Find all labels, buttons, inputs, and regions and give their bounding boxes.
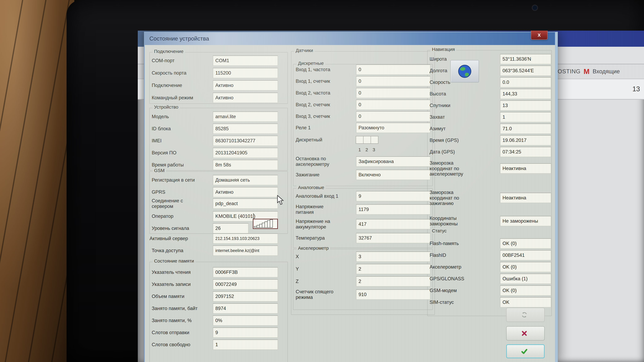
- com-port-field[interactable]: COM1: [213, 55, 278, 66]
- row-command-mode: Командный режим Активно: [152, 93, 281, 103]
- row-accel-y: Y 2: [296, 264, 432, 274]
- azimuth-field[interactable]: 71.0: [500, 124, 551, 134]
- gps-date-field[interactable]: 07:34:25: [500, 147, 551, 157]
- group-title: Дискретные: [296, 61, 325, 66]
- altitude-field[interactable]: 144,33: [500, 89, 551, 99]
- speed-field[interactable]: 0.0: [500, 77, 551, 87]
- in3-count-field[interactable]: 0: [356, 111, 430, 121]
- model-field[interactable]: arnavi.lite: [213, 111, 278, 122]
- accel-y-field[interactable]: 2: [356, 264, 430, 274]
- gps-status-field[interactable]: Ошибка (1): [500, 274, 551, 284]
- coords-frozen-field[interactable]: Не заморожены: [500, 216, 551, 226]
- in1-freq-field[interactable]: 0: [356, 64, 430, 75]
- inbox-tab-label[interactable]: Входящие: [592, 68, 620, 75]
- green-check-icon: [521, 348, 528, 355]
- mem-used-bytes-field[interactable]: 8974: [213, 303, 278, 314]
- row-baud: Скорость порта 115200: [152, 68, 281, 78]
- flash-status-field[interactable]: OK (0): [500, 238, 551, 249]
- flash-id-field[interactable]: 00BF2541: [500, 250, 551, 260]
- row-freeze-accel: Заморозка координат по акселерометру Неа…: [430, 158, 551, 179]
- signal-level-field[interactable]: 26: [213, 223, 248, 233]
- sleep-counter-field[interactable]: 910: [356, 290, 430, 300]
- mem-used-pct-field[interactable]: 0%: [213, 316, 278, 326]
- analog-in1-field[interactable]: 9: [356, 191, 430, 201]
- relay1-field[interactable]: Разомкнуто: [356, 123, 430, 133]
- mem-size-field[interactable]: 2097152: [213, 291, 278, 302]
- latitude-field[interactable]: 53°11.3636'N: [500, 54, 551, 64]
- accel-stop-field[interactable]: Зафиксирована: [356, 156, 430, 167]
- unread-count: 13: [632, 85, 640, 93]
- discrete-checkbox-3[interactable]: [370, 136, 378, 144]
- network-reg-field[interactable]: Домашняя сеть: [213, 175, 278, 185]
- row-longitude: Долгота 063°36.5244'E: [430, 66, 551, 76]
- temperature-field[interactable]: 32767: [356, 233, 430, 243]
- row-unit-id: ID блока 85285: [152, 124, 281, 134]
- dialog-titlebar[interactable]: Состояние устройства: [145, 32, 555, 45]
- baud-field[interactable]: 115200: [213, 68, 278, 78]
- in2-freq-field[interactable]: 0: [356, 88, 430, 98]
- row-mem-size: Объем памяти 2097152: [152, 291, 281, 302]
- accel-x-field[interactable]: 3: [356, 252, 430, 262]
- start-exchange-button[interactable]: [506, 308, 544, 322]
- freeze-ignition-field[interactable]: Неактивна: [500, 193, 551, 203]
- command-mode-field[interactable]: Активно: [213, 93, 278, 103]
- signal-strength-icon: [253, 219, 278, 229]
- longitude-field[interactable]: 063°36.5244'E: [500, 66, 551, 76]
- close-dialog-button[interactable]: [506, 344, 544, 358]
- unit-id-field[interactable]: 85285: [213, 124, 278, 134]
- in1-count-field[interactable]: 0: [356, 76, 430, 86]
- laptop-screen: OSTING M Входящие 13 Состояние устройств…: [138, 31, 644, 362]
- accel-z-field[interactable]: 2: [356, 276, 430, 287]
- gprs-field[interactable]: Активно: [213, 187, 278, 197]
- hosting-tab-label[interactable]: OSTING: [558, 68, 580, 75]
- group-title: Датчики: [294, 48, 314, 53]
- discrete-checkbox-1[interactable]: [356, 136, 364, 144]
- in2-count-field[interactable]: 0: [356, 100, 430, 110]
- accel-status-field[interactable]: OK (0): [500, 262, 551, 272]
- supply-voltage-field[interactable]: 1179: [356, 204, 430, 215]
- write-ptr-field[interactable]: 00072249: [213, 279, 278, 290]
- row-gps-date: Дата (GPS) 07:34:25: [430, 147, 551, 157]
- row-gps-status: GPS/GLONASS Ошибка (1): [430, 274, 551, 284]
- slots-send-field[interactable]: 9: [213, 328, 278, 338]
- row-gprs: GPRS Активно: [152, 187, 281, 197]
- active-server-field[interactable]: 212.154.193.103:20623: [213, 233, 278, 244]
- row-fix: Захват 1: [430, 112, 551, 122]
- row-gsm-status: GSM-модем OK (0): [430, 285, 551, 296]
- gps-time-field[interactable]: 19.06.2017: [500, 135, 551, 145]
- row-accel-status: Акселерометр OK (0): [430, 262, 551, 272]
- satellites-field[interactable]: 13: [500, 100, 551, 111]
- fw-version-field[interactable]: 201312041905: [213, 148, 278, 158]
- row-accel-x: X 3: [296, 252, 432, 262]
- row-gps-time: Время (GPS) 19.06.2017: [430, 135, 551, 145]
- group-title: GSM: [152, 168, 166, 173]
- row-model: Модель arnavi.lite: [152, 111, 281, 122]
- row-sleep-counter: Счетчик спящего режима 910: [296, 288, 432, 302]
- stop-button[interactable]: [506, 326, 544, 341]
- row-imei: IMEI 863071013042277: [152, 136, 281, 146]
- group-title: Акселерометр: [296, 246, 330, 251]
- imei-field[interactable]: 863071013042277: [213, 136, 278, 146]
- freeze-accel-field[interactable]: Неактивна: [500, 163, 551, 174]
- row-temperature: Температура 32767: [296, 233, 432, 243]
- server-conn-field[interactable]: pdp_deact: [213, 198, 278, 209]
- row-network-reg: Регистрация в сети Домашняя сеть: [152, 175, 281, 185]
- row-uptime: Время работы 8m 58s: [152, 160, 281, 170]
- apn-field[interactable]: internet.beeline.kz(@int: [213, 246, 278, 256]
- gsm-status-field[interactable]: OK (0): [500, 285, 551, 296]
- gmail-icon: M: [584, 67, 590, 76]
- close-icon[interactable]: x: [531, 31, 548, 40]
- read-ptr-field[interactable]: 0006FF3B: [213, 267, 278, 277]
- connection-field[interactable]: Активно: [213, 80, 278, 90]
- slots-free-field[interactable]: 1: [213, 340, 278, 350]
- row-speed: Скорость 0.0: [430, 77, 551, 87]
- group-title: Навигация: [430, 47, 456, 52]
- discrete-checkbox-2[interactable]: [363, 136, 371, 144]
- ignition-field[interactable]: Включено: [356, 170, 430, 180]
- fix-field[interactable]: 1: [500, 112, 551, 122]
- battery-voltage-field[interactable]: 417: [356, 219, 430, 229]
- row-freeze-ignition: Заморозка координат по зажиганию Неактив…: [430, 188, 551, 208]
- uptime-field[interactable]: 8m 58s: [213, 160, 278, 170]
- sim-status-field[interactable]: OK: [500, 297, 551, 307]
- globe-button[interactable]: [450, 60, 479, 82]
